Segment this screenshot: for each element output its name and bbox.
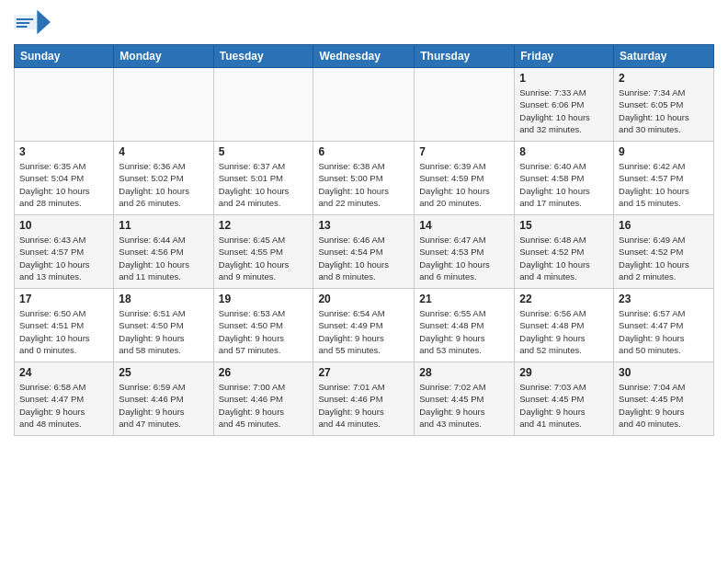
calendar-day-header: Friday	[515, 45, 614, 68]
calendar-cell: 24Sunrise: 6:58 AM Sunset: 4:47 PM Dayli…	[15, 362, 114, 436]
day-info: Sunrise: 6:48 AM Sunset: 4:52 PM Dayligh…	[519, 234, 609, 282]
day-info: Sunrise: 7:00 AM Sunset: 4:46 PM Dayligh…	[219, 381, 309, 430]
calendar-cell: 22Sunrise: 6:56 AM Sunset: 4:48 PM Dayli…	[515, 289, 614, 362]
day-number: 14	[419, 219, 509, 232]
svg-marker-1	[37, 10, 51, 35]
calendar-day-header: Sunday	[15, 45, 114, 68]
day-number: 8	[519, 145, 609, 158]
day-number: 5	[219, 145, 309, 158]
calendar-cell: 20Sunrise: 6:54 AM Sunset: 4:49 PM Dayli…	[313, 289, 415, 362]
day-number: 28	[419, 366, 509, 379]
calendar-cell: 10Sunrise: 6:43 AM Sunset: 4:57 PM Dayli…	[15, 215, 114, 289]
calendar-week-row: 10Sunrise: 6:43 AM Sunset: 4:57 PM Dayli…	[15, 215, 714, 289]
day-number: 6	[318, 145, 409, 158]
calendar-cell: 19Sunrise: 6:53 AM Sunset: 4:50 PM Dayli…	[213, 289, 313, 362]
day-number: 20	[318, 293, 409, 305]
calendar-cell: 1Sunrise: 7:33 AM Sunset: 6:06 PM Daylig…	[515, 68, 614, 142]
day-number: 27	[318, 366, 409, 379]
calendar-cell: 16Sunrise: 6:49 AM Sunset: 4:52 PM Dayli…	[614, 215, 714, 289]
day-info: Sunrise: 6:46 AM Sunset: 4:54 PM Dayligh…	[318, 234, 409, 282]
day-number: 24	[19, 366, 108, 379]
day-number: 29	[519, 366, 609, 379]
day-info: Sunrise: 6:49 AM Sunset: 4:52 PM Dayligh…	[619, 234, 709, 282]
day-info: Sunrise: 6:59 AM Sunset: 4:46 PM Dayligh…	[119, 381, 208, 430]
svg-rect-3	[17, 22, 30, 24]
header	[14, 9, 714, 37]
day-number: 15	[519, 219, 609, 232]
logo	[14, 9, 51, 37]
calendar-cell: 6Sunrise: 6:38 AM Sunset: 5:00 PM Daylig…	[313, 142, 415, 215]
day-number: 30	[619, 366, 709, 379]
day-number: 9	[619, 145, 709, 158]
day-info: Sunrise: 6:54 AM Sunset: 4:49 PM Dayligh…	[318, 307, 409, 356]
calendar-cell: 27Sunrise: 7:01 AM Sunset: 4:46 PM Dayli…	[313, 362, 415, 436]
calendar-cell	[114, 68, 213, 142]
day-number: 21	[419, 293, 509, 305]
day-number: 3	[19, 145, 108, 158]
calendar-cell: 29Sunrise: 7:03 AM Sunset: 4:45 PM Dayli…	[515, 362, 614, 436]
calendar-cell: 2Sunrise: 7:34 AM Sunset: 6:05 PM Daylig…	[614, 68, 714, 142]
day-info: Sunrise: 6:50 AM Sunset: 4:51 PM Dayligh…	[19, 307, 108, 356]
page: SundayMondayTuesdayWednesdayThursdayFrid…	[0, 0, 728, 445]
day-info: Sunrise: 6:44 AM Sunset: 4:56 PM Dayligh…	[119, 234, 208, 282]
calendar-week-row: 24Sunrise: 6:58 AM Sunset: 4:47 PM Dayli…	[15, 362, 714, 436]
calendar-cell	[313, 68, 415, 142]
day-info: Sunrise: 6:40 AM Sunset: 4:58 PM Dayligh…	[519, 160, 609, 209]
svg-rect-4	[17, 26, 28, 28]
calendar-cell: 7Sunrise: 6:39 AM Sunset: 4:59 PM Daylig…	[415, 142, 515, 215]
calendar-cell: 14Sunrise: 6:47 AM Sunset: 4:53 PM Dayli…	[415, 215, 515, 289]
calendar-cell: 30Sunrise: 7:04 AM Sunset: 4:45 PM Dayli…	[614, 362, 714, 436]
day-info: Sunrise: 6:45 AM Sunset: 4:55 PM Dayligh…	[219, 234, 309, 282]
day-info: Sunrise: 7:02 AM Sunset: 4:45 PM Dayligh…	[419, 381, 509, 430]
day-info: Sunrise: 6:39 AM Sunset: 4:59 PM Dayligh…	[419, 160, 509, 209]
calendar-day-header: Wednesday	[313, 45, 415, 68]
calendar-cell: 15Sunrise: 6:48 AM Sunset: 4:52 PM Dayli…	[515, 215, 614, 289]
calendar-cell: 18Sunrise: 6:51 AM Sunset: 4:50 PM Dayli…	[114, 289, 213, 362]
calendar-cell: 3Sunrise: 6:35 AM Sunset: 5:04 PM Daylig…	[15, 142, 114, 215]
day-info: Sunrise: 6:56 AM Sunset: 4:48 PM Dayligh…	[519, 307, 609, 356]
day-info: Sunrise: 7:03 AM Sunset: 4:45 PM Dayligh…	[519, 381, 609, 430]
svg-rect-2	[17, 18, 34, 20]
calendar-header-row: SundayMondayTuesdayWednesdayThursdayFrid…	[15, 45, 714, 68]
calendar-cell: 9Sunrise: 6:42 AM Sunset: 4:57 PM Daylig…	[614, 142, 714, 215]
calendar-cell: 11Sunrise: 6:44 AM Sunset: 4:56 PM Dayli…	[114, 215, 213, 289]
calendar-cell	[213, 68, 313, 142]
calendar-day-header: Tuesday	[213, 45, 313, 68]
day-info: Sunrise: 6:57 AM Sunset: 4:47 PM Dayligh…	[619, 307, 709, 356]
day-number: 2	[619, 72, 709, 85]
calendar: SundayMondayTuesdayWednesdayThursdayFrid…	[14, 44, 714, 436]
day-info: Sunrise: 6:47 AM Sunset: 4:53 PM Dayligh…	[419, 234, 509, 282]
day-info: Sunrise: 6:53 AM Sunset: 4:50 PM Dayligh…	[219, 307, 309, 356]
day-info: Sunrise: 7:33 AM Sunset: 6:06 PM Dayligh…	[519, 86, 609, 135]
day-number: 22	[519, 293, 609, 305]
day-info: Sunrise: 6:43 AM Sunset: 4:57 PM Dayligh…	[19, 234, 108, 282]
day-info: Sunrise: 7:04 AM Sunset: 4:45 PM Dayligh…	[619, 381, 709, 430]
calendar-cell	[415, 68, 515, 142]
day-number: 4	[119, 145, 208, 158]
calendar-cell	[15, 68, 114, 142]
day-number: 12	[219, 219, 309, 232]
day-info: Sunrise: 6:36 AM Sunset: 5:02 PM Dayligh…	[119, 160, 208, 209]
calendar-week-row: 17Sunrise: 6:50 AM Sunset: 4:51 PM Dayli…	[15, 289, 714, 362]
day-number: 10	[19, 219, 108, 232]
day-info: Sunrise: 6:42 AM Sunset: 4:57 PM Dayligh…	[619, 160, 709, 209]
day-info: Sunrise: 6:38 AM Sunset: 5:00 PM Dayligh…	[318, 160, 409, 209]
calendar-cell: 28Sunrise: 7:02 AM Sunset: 4:45 PM Dayli…	[415, 362, 515, 436]
day-number: 18	[119, 293, 208, 305]
calendar-cell: 4Sunrise: 6:36 AM Sunset: 5:02 PM Daylig…	[114, 142, 213, 215]
calendar-cell: 23Sunrise: 6:57 AM Sunset: 4:47 PM Dayli…	[614, 289, 714, 362]
day-number: 7	[419, 145, 509, 158]
calendar-cell: 21Sunrise: 6:55 AM Sunset: 4:48 PM Dayli…	[415, 289, 515, 362]
day-info: Sunrise: 7:34 AM Sunset: 6:05 PM Dayligh…	[619, 86, 709, 135]
day-info: Sunrise: 6:58 AM Sunset: 4:47 PM Dayligh…	[19, 381, 108, 430]
calendar-cell: 12Sunrise: 6:45 AM Sunset: 4:55 PM Dayli…	[213, 215, 313, 289]
day-number: 16	[619, 219, 709, 232]
day-info: Sunrise: 6:35 AM Sunset: 5:04 PM Dayligh…	[19, 160, 108, 209]
calendar-cell: 25Sunrise: 6:59 AM Sunset: 4:46 PM Dayli…	[114, 362, 213, 436]
day-number: 17	[19, 293, 108, 305]
calendar-day-header: Saturday	[614, 45, 714, 68]
calendar-cell: 8Sunrise: 6:40 AM Sunset: 4:58 PM Daylig…	[515, 142, 614, 215]
calendar-cell: 13Sunrise: 6:46 AM Sunset: 4:54 PM Dayli…	[313, 215, 415, 289]
day-number: 23	[619, 293, 709, 305]
day-number: 25	[119, 366, 208, 379]
